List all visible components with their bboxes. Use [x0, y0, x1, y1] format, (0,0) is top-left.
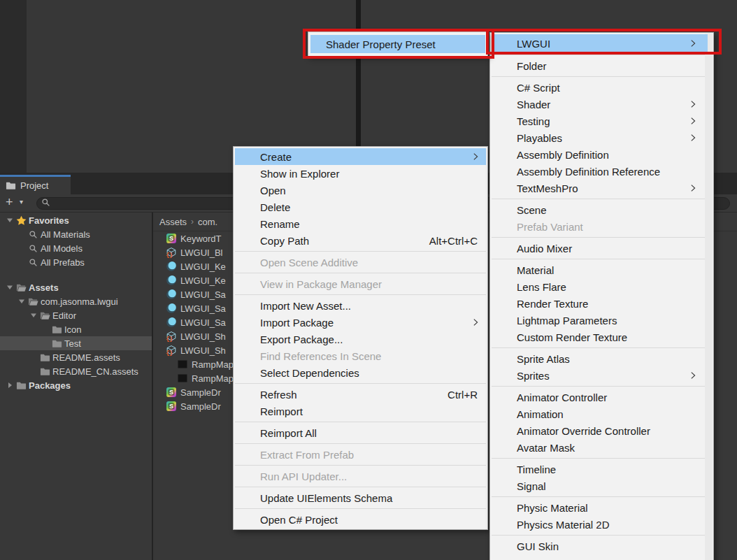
menu-item-shader-property-preset[interactable]: Shader Property Preset [310, 35, 485, 53]
file-item-label: LWGUI_Ke [180, 275, 226, 286]
menu-item-import-package[interactable]: Import Package [235, 314, 486, 331]
add-asset-button[interactable]: + [6, 195, 13, 210]
menu-item-create[interactable]: Create [235, 148, 486, 165]
menu-item-label: Custom Render Texture [517, 331, 627, 343]
menu-item-textmeshpro[interactable]: TextMeshPro [492, 180, 708, 196]
menu-item-reimport-all[interactable]: Reimport All [235, 424, 486, 441]
menu-item-sprite-atlas[interactable]: Sprite Atlas [492, 350, 708, 367]
menu-item-open[interactable]: Open [235, 182, 486, 199]
menu-item-refresh[interactable]: RefreshCtrl+R [235, 386, 486, 403]
menu-item-scene[interactable]: Scene [492, 201, 708, 218]
menu-item-playables[interactable]: Playables [492, 129, 708, 146]
tree-item-test[interactable]: Test [0, 336, 152, 350]
left-toolbar-strip [0, 0, 27, 173]
menu-item-open-c-project[interactable]: Open C# Project [235, 511, 486, 528]
submenu-chevron-icon [688, 183, 698, 193]
menu-item-copy-path[interactable]: Copy PathAlt+Ctrl+C [235, 232, 486, 249]
tree-item-readme-assets[interactable]: README.assets [0, 350, 152, 364]
tree-item-all-models[interactable]: All Models [0, 241, 152, 255]
menu-item-update-uielements-schema[interactable]: Update UIElements Schema [235, 489, 486, 506]
tree-item-icon[interactable]: Icon [0, 322, 152, 336]
menu-item-animator-controller[interactable]: Animator Controller [492, 389, 708, 405]
create-submenu-items: LWGUIFolderC# ScriptShaderTestingPlayabl… [490, 34, 713, 560]
menu-item-c-script[interactable]: C# Script [492, 79, 708, 96]
menu-item-label: View in Package Manager [260, 278, 382, 290]
material-icon [166, 289, 177, 300]
menu-item-lightmap-parameters[interactable]: Lightmap Parameters [492, 312, 708, 329]
menu-item-audio-mixer[interactable]: Audio Mixer [492, 240, 708, 257]
menu-item-import-new-asset[interactable]: Import New Asset... [235, 297, 486, 314]
foldout-chevron-down-icon[interactable] [28, 310, 39, 321]
menu-item-prefab-variant: Prefab Variant [492, 218, 708, 235]
menu-item-testing[interactable]: Testing [492, 113, 708, 129]
menu-item-label: Avatar Mask [517, 442, 575, 454]
menu-item-label: Prefab Variant [517, 221, 583, 233]
tree-item-readme-cn-assets[interactable]: README_CN.assets [0, 364, 152, 378]
menu-item-select-dependencies[interactable]: Select Dependencies [235, 364, 486, 381]
menu-separator [235, 383, 486, 384]
folder-open-icon [27, 296, 38, 307]
submenu-chevron-icon [688, 133, 698, 143]
menu-item-delete[interactable]: Delete [235, 199, 486, 215]
tree-item-favorites[interactable]: Favorites [0, 213, 152, 227]
breadcrumb-segment[interactable]: Assets [159, 217, 187, 227]
menu-item-assembly-definition-reference[interactable]: Assembly Definition Reference [492, 163, 708, 180]
foldout-spacer [16, 257, 27, 268]
foldout-chevron-right-icon[interactable] [4, 380, 15, 391]
tree-item-assets[interactable]: Assets [0, 280, 152, 294]
menu-item-animator-override-controller[interactable]: Animator Override Controller [492, 422, 708, 439]
tab-project[interactable]: Project [0, 175, 71, 194]
foldout-chevron-down-icon[interactable] [4, 215, 15, 226]
folder-open-icon [39, 310, 50, 321]
tree-item-label: Packages [29, 380, 71, 391]
folder-icon [15, 380, 27, 391]
menu-item-rename[interactable]: Rename [235, 215, 486, 232]
menu-item-label: Reimport [260, 405, 303, 417]
menu-item-sprites[interactable]: Sprites [492, 367, 708, 384]
menu-item-gui-skin[interactable]: GUI Skin [492, 538, 708, 554]
menu-item-lwgui[interactable]: LWGUI [492, 34, 708, 52]
menu-item-assembly-definition[interactable]: Assembly Definition [492, 146, 708, 163]
foldout-chevron-down-icon[interactable] [16, 296, 27, 307]
tree-item-editor[interactable]: Editor [0, 308, 152, 322]
menu-item-label: Open C# Project [260, 514, 338, 526]
tree-item-label: README.assets [52, 352, 120, 363]
tree-item-all-materials[interactable]: All Materials [0, 227, 152, 241]
menu-item-timeline[interactable]: Timeline [492, 461, 708, 478]
submenu-chevron-icon [688, 116, 698, 126]
menu-item-render-texture[interactable]: Render Texture [492, 295, 708, 312]
menu-item-animation[interactable]: Animation [492, 405, 708, 422]
menu-item-custom-render-texture[interactable]: Custom Render Texture [492, 329, 708, 345]
menu-item-lens-flare[interactable]: Lens Flare [492, 278, 708, 295]
foldout-spacer [40, 338, 51, 349]
menu-item-physic-material[interactable]: Physic Material [492, 499, 708, 516]
menu-item-show-in-explorer[interactable]: Show in Explorer [235, 165, 486, 182]
menu-item-physics-material-2d[interactable]: Physics Material 2D [492, 516, 708, 533]
menu-item-open-scene-additive: Open Scene Additive [235, 254, 486, 271]
tree-item-label: Assets [29, 282, 59, 293]
menu-item-folder[interactable]: Folder [492, 57, 708, 74]
material-icon [166, 261, 177, 272]
menu-item-signal[interactable]: Signal [492, 478, 708, 494]
tree-item-all-prefabs[interactable]: All Prefabs [0, 255, 152, 269]
context-menu: CreateShow in ExplorerOpenDeleteRenameCo… [233, 146, 488, 530]
menu-item-avatar-mask[interactable]: Avatar Mask [492, 439, 708, 456]
menu-item-reimport[interactable]: Reimport [235, 403, 486, 419]
file-item-label: LWGUI_Sa [180, 317, 226, 328]
tree-item-com-jasonma-lwgui[interactable]: com.jasonma.lwgui [0, 294, 152, 308]
menu-separator [492, 347, 712, 348]
breadcrumb-segment[interactable]: com. [198, 217, 217, 227]
menu-item-label: Rename [260, 218, 300, 230]
menu-item-export-package[interactable]: Export Package... [235, 331, 486, 347]
menu-item-label: Animator Override Controller [517, 425, 650, 437]
material-icon [166, 303, 177, 314]
menu-item-shader[interactable]: Shader [492, 96, 708, 113]
tree-section-gap [0, 269, 152, 280]
create-submenu: LWGUIFolderC# ScriptShaderTestingPlayabl… [489, 32, 714, 560]
foldout-chevron-down-icon[interactable] [4, 282, 15, 293]
chevron-down-icon[interactable]: ▾ [20, 198, 23, 206]
menu-item-material[interactable]: Material [492, 261, 708, 278]
menu-item-shortcut: Alt+Ctrl+C [415, 235, 478, 247]
tree-item-packages[interactable]: Packages [0, 378, 152, 392]
menu-item-custom-font[interactable]: Custom Font [492, 554, 708, 560]
